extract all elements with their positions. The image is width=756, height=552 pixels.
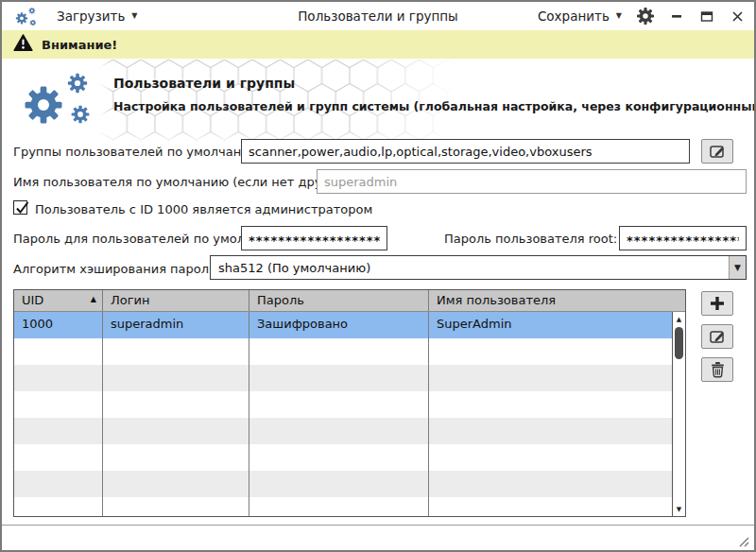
statusbar-divider	[2, 525, 754, 526]
titlebar: Загрузить ▼ Пользователи и группы Сохран…	[2, 2, 754, 30]
load-menu-label: Загрузить	[57, 9, 125, 24]
app-logo-icon	[13, 5, 38, 27]
settings-gear-icon[interactable]	[637, 8, 654, 25]
cell-password: Зашифровано	[249, 312, 429, 338]
resize-grip[interactable]	[736, 533, 749, 546]
warning-text: Внимание!	[42, 38, 117, 52]
sort-ascending-icon: ▲	[91, 295, 96, 303]
admin-checkbox-label: Пользователь с ID 1000 является админист…	[35, 202, 372, 216]
minimize-button[interactable]	[669, 9, 684, 24]
table-empty-row	[14, 391, 672, 418]
table-rows-area: 1000 superadmin Зашифровано SuperAdmin	[14, 312, 672, 516]
trash-icon	[710, 361, 726, 378]
cell-login: superadmin	[103, 312, 249, 338]
cell-name: SuperAdmin	[429, 312, 672, 338]
scroll-down-icon[interactable]: ▼	[673, 503, 685, 515]
maximize-button[interactable]	[699, 9, 714, 24]
checkmark-icon	[15, 201, 30, 216]
table-empty-row	[14, 497, 672, 516]
table-empty-row	[14, 471, 672, 497]
users-table: UID ▲ Логин Пароль Имя пользователя 1000…	[13, 289, 686, 517]
edit-user-button[interactable]	[701, 324, 733, 349]
delete-user-button[interactable]	[701, 357, 733, 382]
scroll-up-icon[interactable]: ▲	[673, 313, 685, 325]
plus-icon	[709, 295, 726, 312]
save-menu-label: Сохранить	[538, 9, 610, 24]
hash-algorithm-value: sha512 (По умолчанию)	[218, 261, 370, 275]
column-header-name[interactable]: Имя пользователя	[429, 290, 685, 311]
edit-groups-button[interactable]	[701, 139, 733, 164]
default-username-input[interactable]	[317, 169, 747, 194]
default-password-input[interactable]	[241, 226, 387, 250]
window-title: Пользователи и группы	[298, 9, 458, 24]
table-scrollbar[interactable]: ▲ ▼	[672, 312, 685, 516]
warning-icon	[13, 34, 33, 56]
column-header-login[interactable]: Логин	[103, 290, 249, 311]
page-subtitle: Настройка пользователей и групп системы …	[113, 99, 756, 113]
table-empty-row	[14, 444, 672, 471]
chevron-down-icon: ▼	[616, 12, 622, 20]
default-groups-label: Группы пользователей по умолчанию:	[13, 145, 264, 159]
warning-banner: Внимание!	[2, 30, 754, 59]
app-window: Загрузить ▼ Пользователи и группы Сохран…	[0, 0, 756, 552]
chevron-down-icon: ▼	[734, 264, 741, 272]
column-header-password[interactable]: Пароль	[249, 290, 429, 311]
close-button[interactable]	[730, 9, 745, 24]
table-empty-row	[14, 418, 672, 444]
admin-checkbox[interactable]	[13, 200, 27, 215]
load-menu-button[interactable]: Загрузить ▼	[57, 9, 138, 24]
edit-pencil-icon	[709, 328, 727, 345]
default-username-label: Имя пользователя по умолчанию (если нет …	[13, 175, 352, 189]
table-empty-row	[14, 365, 672, 391]
default-groups-input[interactable]	[241, 139, 690, 164]
column-header-uid[interactable]: UID ▲	[14, 290, 103, 311]
save-menu-button[interactable]: Сохранить ▼	[538, 9, 622, 24]
table-header-row: UID ▲ Логин Пароль Имя пользователя	[14, 290, 685, 312]
table-empty-row	[14, 338, 672, 365]
root-password-label: Пароль пользователя root:	[444, 232, 617, 246]
users-groups-gears-icon	[19, 68, 96, 129]
scrollbar-thumb[interactable]	[675, 327, 683, 359]
edit-pencil-icon	[709, 143, 727, 160]
chevron-down-icon: ▼	[131, 12, 137, 20]
hash-algorithm-label: Алгоритм хэширования пароля:	[13, 262, 220, 276]
add-user-button[interactable]	[701, 291, 733, 316]
cell-uid: 1000	[14, 312, 103, 338]
page-title: Пользователи и группы	[113, 76, 295, 91]
root-password-input[interactable]	[619, 226, 747, 250]
hash-algorithm-select[interactable]: sha512 (По умолчанию) ▼	[210, 255, 747, 280]
table-row-selected[interactable]: 1000 superadmin Зашифровано SuperAdmin	[14, 312, 672, 338]
dropdown-arrow-button[interactable]: ▼	[729, 256, 746, 279]
